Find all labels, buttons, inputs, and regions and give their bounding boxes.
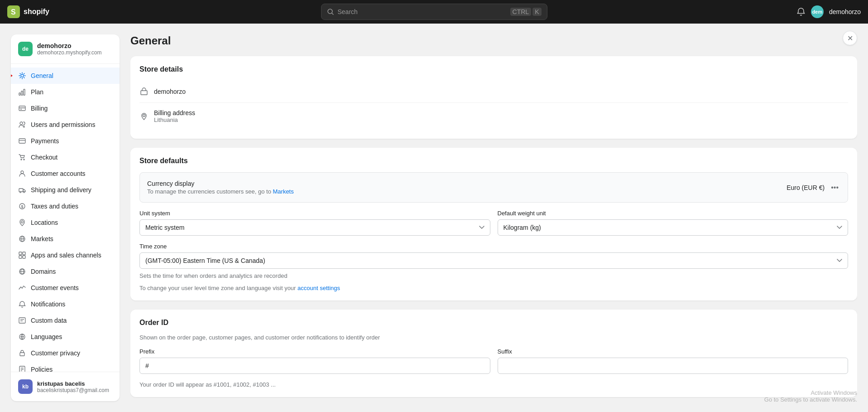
search-bar[interactable]: Search CTRL K: [321, 4, 547, 20]
store-details-title: Store details: [139, 65, 848, 73]
prefix-input[interactable]: [139, 358, 490, 374]
k-key: K: [532, 8, 541, 16]
sidebar-item-languages[interactable]: Languages: [11, 329, 120, 345]
bell-icon[interactable]: [796, 7, 806, 16]
taxes-nav-icon: $: [18, 202, 26, 210]
billing-address-row[interactable]: Billing address Lithuania: [139, 103, 848, 130]
location-icon: [139, 112, 149, 121]
search-placeholder: Search: [338, 8, 507, 15]
svg-rect-28: [19, 256, 22, 258]
weight-unit-select[interactable]: Kilogram (kg): [498, 219, 849, 236]
sidebar-item-checkout[interactable]: Checkout: [11, 149, 120, 165]
svg-rect-29: [23, 256, 25, 258]
svg-rect-8: [19, 106, 25, 111]
sidebar-item-label-customer-events: Customer events: [31, 284, 79, 291]
order-id-note: Your order ID will appear as #1001, #100…: [139, 381, 848, 388]
currency-display-value: Euro (EUR €): [786, 184, 825, 191]
sidebar-item-apps[interactable]: Apps and sales channels: [11, 247, 120, 263]
apps-nav-icon: [18, 251, 26, 259]
shopify-logo[interactable]: S shopify: [7, 5, 49, 18]
account-settings-link[interactable]: account settings: [297, 285, 340, 291]
unit-system-label: Unit system: [139, 210, 490, 217]
svg-point-18: [20, 192, 21, 193]
svg-point-42: [143, 114, 145, 116]
sidebar-user-name: kristupas bacelis: [37, 380, 109, 387]
store-name-row[interactable]: demohorzo: [139, 81, 848, 103]
sidebar-item-domains[interactable]: Domains: [11, 263, 120, 280]
search-icon: [327, 8, 334, 15]
sidebar-item-general[interactable]: General: [11, 68, 120, 84]
main-content: General Store details demohorzo: [130, 34, 857, 401]
svg-rect-36: [20, 353, 24, 356]
prefix-label: Prefix: [139, 348, 490, 355]
sidebar-item-plan[interactable]: Plan: [11, 84, 120, 100]
sidebar-item-shipping[interactable]: Shipping and delivery: [11, 182, 120, 198]
sidebar-item-label-markets: Markets: [31, 235, 53, 242]
suffix-input[interactable]: [498, 358, 849, 374]
sidebar-item-label-custom-data: Custom data: [31, 317, 67, 324]
billing-nav-icon: [18, 104, 26, 112]
sidebar-item-markets[interactable]: Markets: [11, 231, 120, 247]
sidebar-item-customer-accounts[interactable]: Customer accounts: [11, 165, 120, 182]
notifications-nav-icon: [18, 300, 26, 308]
languages-nav-icon: [18, 333, 26, 341]
store-info: demohorzo demohorzo.myshopify.com: [37, 42, 102, 56]
suffix-group: Suffix: [498, 348, 849, 374]
policies-nav-icon: [18, 365, 26, 372]
svg-rect-7: [24, 89, 25, 95]
timezone-hint: Sets the time for when orders and analyt…: [139, 272, 848, 279]
sidebar-item-locations[interactable]: Locations: [11, 214, 120, 231]
markets-link[interactable]: Markets: [273, 188, 294, 195]
suffix-label: Suffix: [498, 348, 849, 355]
svg-point-4: [21, 74, 24, 77]
shipping-nav-icon: [18, 186, 26, 194]
sidebar-item-label-users: Users and permissions: [31, 121, 95, 128]
svg-point-11: [20, 122, 23, 125]
sidebar-item-label-languages: Languages: [31, 333, 62, 340]
store-name-detail: demohorzo: [154, 88, 186, 95]
svg-point-19: [24, 192, 24, 193]
sidebar-footer[interactable]: kb kristupas bacelis baceliskristupas7@g…: [11, 372, 120, 401]
sidebar-user-email: baceliskristupas7@gmail.com: [37, 387, 109, 393]
unit-system-select[interactable]: Metric system: [139, 219, 490, 236]
order-id-title: Order ID: [139, 319, 848, 327]
username-topnav: demohorzo: [829, 8, 861, 15]
sidebar-item-billing[interactable]: Billing: [11, 100, 120, 116]
user-avatar-topnav[interactable]: dem: [811, 5, 824, 18]
sidebar-item-taxes[interactable]: $Taxes and duties: [11, 198, 120, 214]
svg-rect-5: [19, 93, 20, 95]
currency-more-button[interactable]: •••: [829, 182, 840, 194]
currency-row: Currency display To manage the currencie…: [139, 172, 848, 203]
sidebar-item-payments[interactable]: Payments: [11, 133, 120, 149]
unit-weight-row: Unit system Metric system Default weight…: [139, 210, 848, 236]
sidebar-item-users[interactable]: Users and permissions: [11, 116, 120, 133]
svg-rect-32: [19, 318, 25, 323]
locations-nav-icon: [18, 218, 26, 227]
store-name: demohorzo: [37, 42, 102, 49]
billing-address-info: Billing address Lithuania: [154, 109, 195, 123]
svg-point-14: [21, 159, 22, 160]
timezone-group: Time zone (GMT-05:00) Eastern Time (US &…: [139, 243, 848, 291]
timezone-select[interactable]: (GMT-05:00) Eastern Time (US & Canada): [139, 252, 848, 269]
sidebar-store-header[interactable]: de demohorzo demohorzo.myshopify.com: [11, 34, 120, 64]
currency-label: Currency display: [147, 180, 294, 187]
svg-rect-17: [19, 189, 23, 192]
sidebar-item-label-customer-privacy: Customer privacy: [31, 349, 80, 357]
store-defaults-title: Store defaults: [139, 157, 848, 165]
keyboard-shortcut-hint: CTRL K: [510, 8, 542, 16]
sidebar-item-customer-privacy[interactable]: Customer privacy: [11, 345, 120, 361]
prefix-suffix-row: Prefix Suffix: [139, 348, 848, 374]
sidebar-item-policies[interactable]: Policies: [11, 361, 120, 372]
top-navigation: S shopify Search CTRL K dem demohorzo: [0, 0, 868, 24]
svg-text:S: S: [11, 8, 16, 16]
sidebar-item-customer-events[interactable]: Customer events: [11, 280, 120, 296]
close-button[interactable]: ✕: [843, 31, 857, 45]
sidebar-item-label-policies: Policies: [31, 366, 53, 372]
sidebar-item-label-apps: Apps and sales channels: [31, 252, 101, 259]
settings-sidebar: de demohorzo demohorzo.myshopify.com Gen…: [11, 34, 120, 401]
sidebar-item-custom-data[interactable]: Custom data: [11, 312, 120, 329]
main-layout: de demohorzo demohorzo.myshopify.com Gen…: [0, 24, 868, 412]
customer-events-nav-icon: [18, 284, 26, 292]
sidebar-item-notifications[interactable]: Notifications: [11, 296, 120, 312]
store-defaults-card: Store defaults Currency display To manag…: [130, 148, 857, 301]
